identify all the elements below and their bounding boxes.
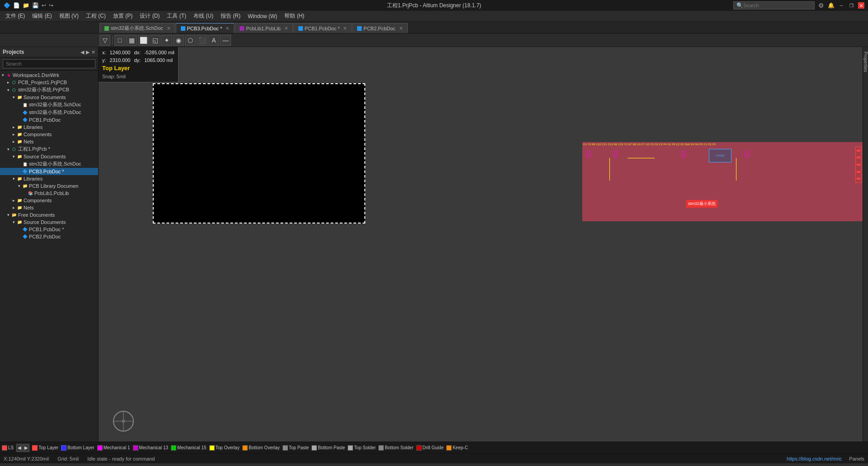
layer-top[interactable]: Top Layer	[32, 445, 58, 451]
tree-item-sch2[interactable]: 📋stm32最小系统.SchDoc	[0, 160, 98, 168]
comp-p3: P3	[672, 143, 675, 146]
tree-item-nets1[interactable]: ▸📁Nets	[0, 138, 98, 145]
tree-item-free1[interactable]: ▾📂Free Documents	[0, 211, 98, 219]
properties-tab[interactable]: Properties	[863, 49, 868, 75]
tab-4[interactable]: PCB2.PcbDoc✕	[352, 23, 407, 33]
sidebar-btn-1[interactable]: ◀	[80, 49, 84, 55]
canvas-area[interactable]: x: 1240.000 dx: -5285.000 mil y: 2310.00…	[99, 47, 863, 442]
menu-item-报告-(R)[interactable]: 报告 (R)	[217, 11, 244, 21]
notify-icon[interactable]: 🔔	[828, 2, 835, 9]
text-tool[interactable]: A	[208, 35, 219, 46]
layer-mech13[interactable]: Mechanical 13	[133, 445, 168, 451]
tree-item-nets2[interactable]: ▸📁Nets	[0, 204, 98, 211]
select-tool[interactable]: □	[114, 35, 125, 46]
tab-2[interactable]: PcbLib1.PcbLib✕	[235, 23, 292, 33]
minimize-button[interactable]: ─	[838, 2, 844, 9]
tree-item-pcb3[interactable]: 🔷PCB3.PcbDoc *	[0, 168, 98, 175]
title-search-input[interactable]	[743, 3, 807, 8]
close-button[interactable]: ✕	[858, 2, 864, 9]
layer-mech15[interactable]: Mechanical 15	[171, 445, 206, 451]
settings-icon[interactable]: ⚙	[818, 2, 824, 9]
tree-item-pcb2[interactable]: 🔷PCB1.PcbDoc	[0, 116, 98, 124]
tree-item-src3[interactable]: ▾📁Source Documents	[0, 219, 98, 226]
tree-item-lib3[interactable]: ▾📁PCB Library Documen	[0, 182, 98, 190]
menu-item-设计-(D)[interactable]: 设计 (D)	[136, 11, 163, 21]
tree-item-pcb4[interactable]: 🔷PCB1.PcbDoc *	[0, 226, 98, 233]
tab-label-1: PCB3.PcbDoc *	[187, 26, 222, 31]
sidebar-search-input[interactable]	[3, 59, 95, 68]
tree-item-proj1[interactable]: ▸⬡PCB_Project1.PrjPCB	[0, 79, 98, 86]
tab-close-3[interactable]: ✕	[343, 26, 347, 31]
menu-item-工程-(C)[interactable]: 工程 (C)	[82, 11, 109, 21]
maximize-button[interactable]: ❒	[848, 2, 854, 9]
layer-top-swatch	[32, 445, 38, 451]
tab-3[interactable]: PCB1.PcbDoc *✕	[293, 23, 352, 33]
layer-prev[interactable]: ◀	[16, 444, 23, 452]
title-search-box[interactable]: 🔍	[733, 1, 815, 10]
layer-keepout[interactable]: Keep-C	[446, 445, 468, 451]
menu-icon-1[interactable]: 📄	[13, 2, 20, 9]
layer-top-overlay[interactable]: Top Overlay	[209, 445, 240, 451]
tree-item-lib2[interactable]: ▾📁Libraries	[0, 175, 98, 182]
tree-item-src1[interactable]: ▾📁Source Documents	[0, 94, 98, 101]
tab-close-0[interactable]: ✕	[167, 26, 170, 31]
arc-tool[interactable]: ◉	[173, 35, 184, 46]
x-value: 1240.000	[110, 49, 131, 57]
tree-item-lib1[interactable]: ▸📁Libraries	[0, 124, 98, 131]
menu-item-文件-(E)[interactable]: 文件 (E)	[2, 11, 28, 21]
sidebar-btn-2[interactable]: ▶	[86, 49, 90, 55]
tree-icon-free1: 📂	[11, 212, 17, 218]
menu-item-布线-(U)[interactable]: 布线 (U)	[190, 11, 217, 21]
tree-label-pcb5: PCB2.PcbDoc	[29, 234, 61, 239]
layer-bot-overlay[interactable]: Bottom Overlay	[242, 445, 280, 451]
layer-mech1[interactable]: Mechanical 1	[97, 445, 130, 451]
tree-item-comp1[interactable]: ▸📁Components	[0, 131, 98, 138]
tab-0[interactable]: stm32最小系统.SchDoc✕	[99, 23, 175, 33]
rect-tool[interactable]: ⬜	[138, 35, 149, 46]
menu-item-工具-(T)[interactable]: 工具 (T)	[163, 11, 190, 21]
menu-item-放置-(P)[interactable]: 放置 (P)	[109, 11, 136, 21]
menu-item-视图-(V)[interactable]: 视图 (V)	[56, 11, 82, 21]
tab-close-2[interactable]: ✕	[284, 26, 288, 31]
tree-item-comp2[interactable]: ▸📁Components	[0, 197, 98, 204]
layer-top-paste[interactable]: Top Paste	[283, 445, 309, 451]
menu-icon-5[interactable]: ↪	[49, 2, 53, 9]
line-tool[interactable]: —	[220, 35, 231, 46]
tree-item-sch1[interactable]: 📋stm32最小系统.SchDoc	[0, 101, 98, 109]
menu-item-帮助-(H)[interactable]: 帮助 (H)	[281, 11, 308, 21]
layer-ls[interactable]: LS	[2, 445, 14, 451]
layer-drill[interactable]: Drill Guide	[416, 445, 444, 451]
layer-bottom[interactable]: Bottom Layer	[61, 445, 94, 451]
tab-close-4[interactable]: ✕	[399, 26, 403, 31]
tree-item-pcb1[interactable]: 🔷stm32最小系统.PcbDoc	[0, 109, 98, 116]
tab-close-1[interactable]: ✕	[226, 26, 229, 31]
layer-bot-paste[interactable]: Bottom Paste	[311, 445, 345, 451]
tree-item-lib4[interactable]: 📚PcbLib1.PcbLib	[0, 190, 98, 197]
tree-item-proj2[interactable]: ▾⬡stm32最小系统.PrjPCB	[0, 86, 98, 94]
tree-item-src2[interactable]: ▾📁Source Documents	[0, 153, 98, 160]
menu-item-编辑-(E)[interactable]: 编辑 (E)	[28, 11, 55, 21]
tree-item-pcb5[interactable]: 🔷PCB2.PcbDoc	[0, 233, 98, 240]
move-tool[interactable]: ✦	[161, 35, 172, 46]
blog-link[interactable]: https://blog.csdn.net/mric	[787, 456, 842, 461]
star-tool[interactable]: ⬡	[185, 35, 196, 46]
panels-button[interactable]: Panels	[849, 456, 864, 461]
tab-1[interactable]: PCB3.PcbDoc *✕	[176, 23, 235, 33]
menu-bar: 文件 (E)编辑 (E)视图 (V)工程 (C)放置 (P)设计 (D)工具 (…	[0, 11, 868, 22]
sidebar-close[interactable]: ✕	[91, 49, 95, 55]
menu-icon-4[interactable]: ↩	[42, 2, 46, 9]
navigator[interactable]	[112, 410, 135, 433]
tree-item-proj3[interactable]: ▾⬡工程1.PrjPcb *	[0, 145, 98, 153]
menu-icon-2[interactable]: 📁	[23, 2, 29, 9]
chart-tool[interactable]: ▦	[126, 35, 137, 46]
filter-tool[interactable]: ▽	[99, 35, 110, 46]
menu-icon-3[interactable]: 💾	[32, 2, 39, 9]
layer-next[interactable]: ▶	[23, 444, 29, 452]
layer-bot-solder[interactable]: Bottom Solder	[378, 445, 413, 451]
layer-top-solder[interactable]: Top Solder	[348, 445, 376, 451]
square-tool[interactable]: ⬛	[197, 35, 208, 46]
menu-item-Window-(W)[interactable]: Window (W)	[244, 12, 281, 20]
project-tree: ▾◈Workspace1.DsnWrk▸⬡PCB_Project1.PrjPCB…	[0, 71, 98, 442]
corner-tool[interactable]: ◱	[150, 35, 160, 46]
tree-item-ws1[interactable]: ▾◈Workspace1.DsnWrk	[0, 71, 98, 79]
